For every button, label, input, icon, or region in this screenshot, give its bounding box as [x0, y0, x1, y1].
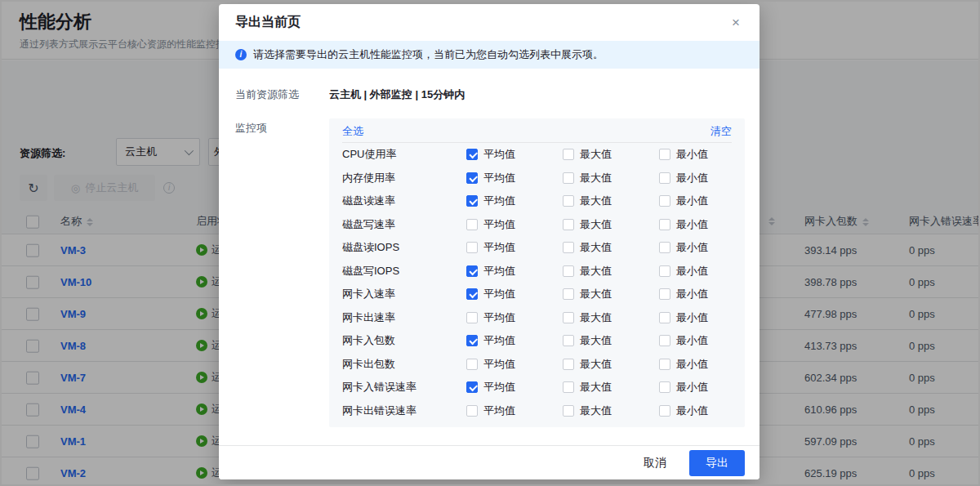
metric-row: 网卡入包数 平均值 最大值 最小值 — [342, 329, 732, 353]
checkbox-icon — [563, 242, 574, 253]
checkbox-icon — [466, 359, 478, 370]
min-checkbox[interactable]: 最小值 — [659, 380, 732, 395]
metrics-list: CPU使用率 平均值 最大值 最小值 内存使用率 平均值 最大值 最小值 磁盘读… — [342, 143, 732, 422]
metric-row: 网卡出速率 平均值 最大值 最小值 — [342, 306, 732, 330]
max-checkbox[interactable]: 最大值 — [563, 310, 659, 325]
avg-checkbox[interactable]: 平均值 — [466, 357, 563, 372]
checkbox-icon — [466, 149, 478, 160]
avg-label: 平均值 — [483, 147, 515, 162]
metrics-panel-header: 全选 清空 — [342, 120, 732, 143]
metric-row: 磁盘读速率 平均值 最大值 最小值 — [342, 189, 732, 213]
max-label: 最大值 — [580, 380, 612, 395]
checkbox-icon — [563, 359, 574, 370]
checkbox-icon — [563, 219, 574, 230]
min-label: 最小值 — [676, 217, 708, 232]
max-label: 最大值 — [580, 147, 612, 162]
checkbox-icon — [563, 405, 574, 417]
min-checkbox[interactable]: 最小值 — [659, 357, 732, 372]
max-label: 最大值 — [580, 240, 612, 255]
max-checkbox[interactable]: 最大值 — [563, 147, 659, 162]
checkbox-icon — [466, 312, 478, 323]
checkbox-icon — [466, 381, 478, 393]
checkbox-icon — [659, 172, 670, 184]
avg-checkbox[interactable]: 平均值 — [466, 287, 563, 301]
avg-checkbox[interactable]: 平均值 — [466, 240, 563, 255]
metric-row: 磁盘写速率 平均值 最大值 最小值 — [342, 213, 732, 237]
max-checkbox[interactable]: 最大值 — [563, 357, 659, 372]
max-checkbox[interactable]: 最大值 — [563, 264, 659, 279]
max-checkbox[interactable]: 最大值 — [563, 404, 659, 418]
max-checkbox[interactable]: 最大值 — [563, 287, 659, 301]
checkbox-icon — [563, 312, 574, 323]
current-filter-row: 当前资源筛选 云主机 | 外部监控 | 15分钟内 — [235, 85, 745, 102]
export-button[interactable]: 导出 — [689, 450, 745, 476]
min-checkbox[interactable]: 最小值 — [659, 240, 732, 255]
avg-checkbox[interactable]: 平均值 — [466, 147, 563, 162]
min-checkbox[interactable]: 最小值 — [659, 333, 732, 348]
checkbox-icon — [466, 172, 478, 184]
max-checkbox[interactable]: 最大值 — [563, 171, 659, 185]
min-label: 最小值 — [676, 194, 708, 208]
checkbox-icon — [466, 265, 478, 277]
min-checkbox[interactable]: 最小值 — [659, 287, 732, 301]
min-checkbox[interactable]: 最小值 — [659, 147, 732, 162]
min-label: 最小值 — [676, 404, 708, 418]
min-checkbox[interactable]: 最小值 — [659, 217, 732, 232]
max-checkbox[interactable]: 最大值 — [563, 194, 659, 208]
checkbox-icon — [563, 195, 574, 207]
cancel-button[interactable]: 取消 — [635, 451, 675, 475]
max-label: 最大值 — [580, 333, 612, 348]
modal-body: 当前资源筛选 云主机 | 外部监控 | 15分钟内 监控项 全选 清空 CPU使… — [219, 69, 760, 427]
metrics-label: 监控项 — [235, 118, 313, 427]
clear-all-link[interactable]: 清空 — [710, 124, 732, 139]
avg-label: 平均值 — [483, 357, 515, 372]
metric-row: 网卡入速率 平均值 最大值 最小值 — [342, 283, 732, 306]
avg-checkbox[interactable]: 平均值 — [466, 217, 563, 232]
checkbox-icon — [466, 219, 478, 230]
metric-row: 磁盘写IOPS 平均值 最大值 最小值 — [342, 260, 732, 283]
min-label: 最小值 — [676, 240, 708, 255]
max-label: 最大值 — [580, 217, 612, 232]
info-icon: i — [235, 49, 247, 60]
modal-title: 导出当前页 — [235, 14, 301, 31]
min-checkbox[interactable]: 最小值 — [659, 310, 732, 325]
max-checkbox[interactable]: 最大值 — [563, 240, 659, 255]
max-label: 最大值 — [580, 264, 612, 279]
max-label: 最大值 — [580, 357, 612, 372]
max-checkbox[interactable]: 最大值 — [563, 333, 659, 348]
metric-name: 磁盘读速率 — [342, 194, 466, 208]
metric-row: 网卡出包数 平均值 最大值 最小值 — [342, 353, 732, 377]
select-all-link[interactable]: 全选 — [342, 124, 363, 139]
checkbox-icon — [563, 149, 574, 160]
close-icon[interactable]: × — [725, 12, 746, 33]
avg-checkbox[interactable]: 平均值 — [466, 171, 563, 185]
info-banner: i 请选择需要导出的云主机性能监控项，当前已为您自动勾选列表中展示项。 — [219, 41, 760, 69]
avg-label: 平均值 — [483, 240, 515, 255]
min-checkbox[interactable]: 最小值 — [659, 171, 732, 185]
avg-label: 平均值 — [483, 264, 515, 279]
avg-checkbox[interactable]: 平均值 — [466, 333, 563, 348]
checkbox-icon — [466, 288, 478, 300]
min-checkbox[interactable]: 最小值 — [659, 194, 732, 208]
min-label: 最小值 — [676, 287, 708, 301]
checkbox-icon — [659, 381, 670, 393]
avg-checkbox[interactable]: 平均值 — [466, 264, 563, 279]
min-label: 最小值 — [676, 333, 708, 348]
avg-checkbox[interactable]: 平均值 — [466, 310, 563, 325]
checkbox-icon — [659, 288, 670, 300]
avg-checkbox[interactable]: 平均值 — [466, 404, 563, 418]
metric-name: 磁盘写IOPS — [342, 264, 466, 279]
min-label: 最小值 — [676, 147, 708, 162]
max-label: 最大值 — [580, 404, 612, 418]
avg-label: 平均值 — [483, 171, 515, 185]
max-checkbox[interactable]: 最大值 — [563, 380, 659, 395]
min-label: 最小值 — [676, 357, 708, 372]
avg-checkbox[interactable]: 平均值 — [466, 194, 563, 208]
checkbox-icon — [563, 381, 574, 393]
min-checkbox[interactable]: 最小值 — [659, 404, 732, 418]
max-checkbox[interactable]: 最大值 — [563, 217, 659, 232]
checkbox-icon — [659, 335, 670, 346]
checkbox-icon — [659, 359, 670, 370]
avg-checkbox[interactable]: 平均值 — [466, 380, 563, 395]
min-checkbox[interactable]: 最小值 — [659, 264, 732, 279]
